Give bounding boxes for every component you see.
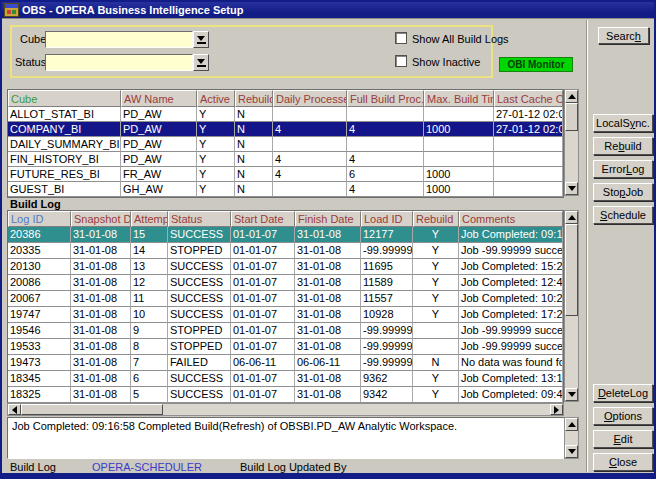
local-sync-button[interactable]: Local Sync. bbox=[593, 114, 653, 132]
cube-grid-row[interactable]: FIN_HISTORY_BIPD_AWYN44 bbox=[8, 152, 563, 167]
show-all-build-logs-checkbox[interactable] bbox=[395, 32, 407, 44]
title-bar[interactable]: OBS - OPERA Business Intelligence Setup bbox=[2, 2, 654, 19]
cell: SUCCESS bbox=[168, 259, 231, 275]
cube-grid-vertical-scrollbar[interactable] bbox=[564, 89, 579, 196]
edit-button[interactable]: Edit bbox=[593, 430, 653, 448]
cell: STOPPED bbox=[168, 323, 231, 339]
cell: 31-01-08 bbox=[295, 291, 361, 307]
cell: DAILY_SUMMARY_BI bbox=[8, 137, 121, 152]
status-bar: Build Log Created By OPERA-SCHEDULER Bui… bbox=[10, 461, 580, 479]
scroll-down-icon[interactable] bbox=[565, 182, 578, 195]
created-by-label: Build Log Created By bbox=[10, 461, 92, 479]
obi-monitor-button[interactable]: OBI Monitor bbox=[499, 57, 573, 72]
close-button[interactable]: Close bbox=[593, 453, 653, 471]
build-log-row[interactable]: 1954631-01-089STOPPED01-01-0731-01-08-99… bbox=[8, 323, 563, 339]
build-log-vertical-scrollbar[interactable] bbox=[564, 210, 579, 402]
comment-box[interactable]: Job Completed: 09:16:58 Completed Build(… bbox=[7, 417, 579, 459]
scrollbar-thumb[interactable] bbox=[565, 224, 578, 316]
cell: 01-01-07 bbox=[231, 259, 295, 275]
cell: Y bbox=[197, 167, 235, 182]
cell: Job -99.99999 successfully bbox=[459, 339, 563, 355]
cell: Job Completed: 09:48:11 C bbox=[459, 387, 563, 403]
comment-vertical-scrollbar[interactable] bbox=[564, 417, 579, 459]
build-log-row[interactable]: 2006731-01-0811SUCCESS01-01-0731-01-0811… bbox=[8, 291, 563, 307]
cell: N bbox=[235, 152, 273, 167]
cube-grid-row[interactable]: COMPANY_BIPD_AWYN44100027-01-12 02:05 PM bbox=[8, 122, 563, 137]
scroll-down-icon[interactable] bbox=[565, 445, 578, 458]
cell: -99.99999 bbox=[361, 355, 413, 371]
build-log-row[interactable]: 1834531-01-086SUCCESS01-01-0731-01-08936… bbox=[8, 371, 563, 387]
cell: 4 bbox=[273, 152, 347, 167]
build-log-row[interactable]: 1974731-01-0810SUCCESS01-01-0731-01-0810… bbox=[8, 307, 563, 323]
cell: 19747 bbox=[8, 307, 71, 323]
scroll-left-icon[interactable] bbox=[8, 404, 21, 415]
cell: 18325 bbox=[8, 387, 71, 403]
scrollbar-thumb[interactable] bbox=[21, 404, 163, 415]
delete-log-button[interactable]: Delete Log bbox=[593, 384, 653, 402]
scroll-up-icon[interactable] bbox=[565, 90, 578, 103]
cell: 31-01-08 bbox=[71, 339, 131, 355]
schedule-button[interactable]: Schedule bbox=[593, 206, 653, 224]
cell: 4 bbox=[347, 152, 424, 167]
cube-grid-row[interactable]: FUTURE_RES_BIFR_AWYN461000 bbox=[8, 167, 563, 182]
cell: Y bbox=[197, 182, 235, 197]
show-all-build-logs-label: Show All Build Logs bbox=[412, 33, 509, 45]
cube-grid-row[interactable]: DAILY_SUMMARY_BIPD_AWYN bbox=[8, 137, 563, 152]
cube-input[interactable] bbox=[45, 31, 193, 48]
cell: 01-01-07 bbox=[231, 387, 295, 403]
build-log-row[interactable]: 1953331-01-088STOPPED01-01-0731-01-08-99… bbox=[8, 339, 563, 355]
show-inactive-checkbox[interactable] bbox=[395, 55, 407, 67]
scrollbar-track[interactable] bbox=[163, 404, 550, 415]
cube-grid-row[interactable]: ALLOT_STAT_BIPD_AWYN 27-01-12 02:05 PM bbox=[8, 107, 563, 122]
cell: Job Completed: 10:28:10 C bbox=[459, 291, 563, 307]
cell: Job Completed: 13:19:01 C bbox=[459, 371, 563, 387]
build-log-horizontal-scrollbar[interactable] bbox=[7, 403, 564, 416]
stop-job-button[interactable]: Stop Job bbox=[593, 183, 653, 201]
status-dropdown-button[interactable] bbox=[193, 54, 209, 71]
rebuild-button[interactable]: Rebuild bbox=[593, 137, 653, 155]
scroll-up-icon[interactable] bbox=[565, 211, 578, 224]
dropdown-arrow-icon bbox=[197, 59, 205, 64]
cell: 20086 bbox=[8, 275, 71, 291]
cell: 7 bbox=[131, 355, 168, 371]
build-log-row[interactable]: 2033531-01-0814STOPPED01-01-0731-01-08-9… bbox=[8, 243, 563, 259]
cube-grid-row[interactable]: GUEST_BIGH_AWYN 41000 bbox=[8, 182, 563, 197]
cell: 31-01-08 bbox=[71, 387, 131, 403]
options-button[interactable]: Options bbox=[593, 407, 653, 425]
cell: 31-01-08 bbox=[295, 323, 361, 339]
cube-dropdown-button[interactable] bbox=[193, 31, 209, 48]
cell: COMPANY_BI bbox=[8, 122, 121, 137]
column-header: Snapshot Date bbox=[71, 211, 131, 227]
cell: 20386 bbox=[8, 227, 71, 243]
cell: -99.99999 bbox=[361, 339, 413, 355]
column-header: AW Name bbox=[121, 90, 197, 107]
build-log-row[interactable]: 2013031-01-0813SUCCESS01-01-0731-01-0811… bbox=[8, 259, 563, 275]
cell: 31-01-08 bbox=[71, 307, 131, 323]
cell: FIN_HISTORY_BI bbox=[8, 152, 121, 167]
search-button[interactable]: Search bbox=[598, 27, 649, 44]
build-log-row[interactable]: 1947331-01-087FAILED06-06-1106-06-11-99.… bbox=[8, 355, 563, 371]
cell: 27-01-12 02:05 PM bbox=[494, 122, 563, 137]
cell: N bbox=[235, 137, 273, 152]
build-log-row[interactable]: 2038631-01-0815SUCCESS01-01-0731-01-0812… bbox=[8, 227, 563, 243]
scrollbar-track[interactable] bbox=[565, 431, 578, 445]
status-input[interactable] bbox=[45, 54, 193, 71]
build-log-row[interactable]: 2008631-01-0812SUCCESS01-01-0731-01-0811… bbox=[8, 275, 563, 291]
cell: Job Completed: 09:16:58 C bbox=[459, 227, 563, 243]
scroll-down-icon[interactable] bbox=[565, 388, 578, 401]
scrollbar-track[interactable] bbox=[565, 131, 578, 182]
cell: 31-01-08 bbox=[71, 323, 131, 339]
scroll-right-icon[interactable] bbox=[550, 404, 563, 415]
cell: 01-01-07 bbox=[231, 323, 295, 339]
scrollbar-track[interactable] bbox=[565, 316, 578, 388]
cell: No data was found for the s bbox=[459, 355, 563, 371]
cell: GUEST_BI bbox=[8, 182, 121, 197]
build-log-row[interactable]: 1832531-01-085SUCCESS01-01-0731-01-08934… bbox=[8, 387, 563, 403]
cell: 4 bbox=[273, 122, 347, 137]
error-log-button[interactable]: Error Log bbox=[593, 160, 653, 178]
column-header: Last Cache Clear bbox=[494, 90, 563, 107]
scroll-up-icon[interactable] bbox=[565, 418, 578, 431]
scrollbar-thumb[interactable] bbox=[565, 103, 578, 131]
cell: 31-01-08 bbox=[71, 371, 131, 387]
cell: FR_AW bbox=[121, 167, 197, 182]
